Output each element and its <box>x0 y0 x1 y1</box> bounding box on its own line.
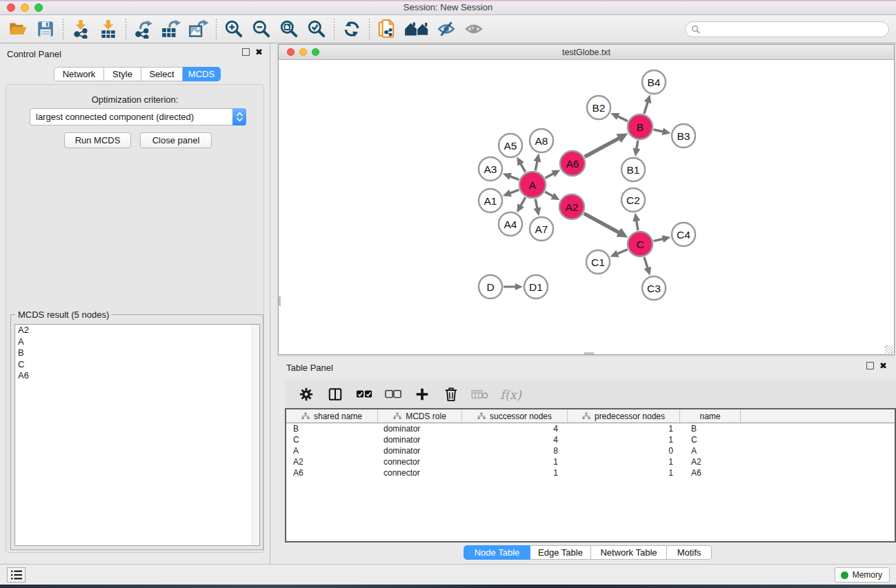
import-table-button[interactable] <box>94 17 122 41</box>
resize-grip-icon[interactable] <box>885 345 893 354</box>
zoom-in-icon <box>224 19 243 39</box>
column-header-name[interactable]: name <box>680 409 741 423</box>
graph-edge-B-B1[interactable] <box>637 141 638 150</box>
mcds-result-item[interactable]: A2 <box>15 325 259 336</box>
open-session-button[interactable] <box>4 17 32 41</box>
column-header-mcds-role[interactable]: MCDS role <box>378 409 462 423</box>
tab-motifs[interactable]: Motifs <box>667 545 712 560</box>
export-network-button[interactable] <box>130 17 157 41</box>
graph-node-label: B2 <box>593 102 606 114</box>
tab-node-table[interactable]: Node Table <box>464 545 530 560</box>
search-field[interactable] <box>685 21 889 37</box>
task-history-button[interactable] <box>7 567 26 582</box>
graph-node-label: C <box>636 239 644 250</box>
zoom-in-button[interactable] <box>220 17 248 41</box>
delete-table-button-disabled <box>471 385 489 403</box>
graph-edge-C-C2[interactable] <box>637 221 638 231</box>
tab-mcds[interactable]: MCDS <box>183 67 221 81</box>
graph-edge-A-A7[interactable] <box>535 199 537 209</box>
network-canvas[interactable]: B4B2BB3A8A5A6A3B1AA1C2A2A4A7C4CC1C3DD1 <box>279 60 894 354</box>
save-session-button[interactable] <box>32 17 59 41</box>
graph-edge-B-B3[interactable] <box>654 130 664 132</box>
create-column-button[interactable] <box>413 385 431 403</box>
import-network-button[interactable] <box>67 17 94 41</box>
graph-node-label: C3 <box>647 283 661 294</box>
float-table-panel-icon[interactable] <box>866 362 874 369</box>
memory-button[interactable]: Memory <box>835 567 890 582</box>
close-panel-icon[interactable]: ✖ <box>255 48 263 56</box>
graph-edge-A-A3[interactable] <box>510 176 519 180</box>
graph-node-label: D1 <box>529 281 543 293</box>
graph-edge-A-A2[interactable] <box>545 192 553 196</box>
graph-edge-A2-C[interactable] <box>584 214 619 233</box>
column-header-successor-nodes[interactable]: successor nodes <box>462 409 568 423</box>
result-list-scrollbar[interactable] <box>252 325 259 545</box>
mcds-result-item[interactable]: C <box>15 359 259 371</box>
criterion-dropdown[interactable]: largest connected component (directed) <box>30 108 246 125</box>
horizontal-scroll-nub[interactable] <box>584 352 594 354</box>
graph-edge-A-A5[interactable] <box>521 163 526 172</box>
graph-node-label: A8 <box>535 135 548 147</box>
export-table-button[interactable] <box>157 17 185 41</box>
graph-edge-B-B2[interactable] <box>617 116 628 121</box>
zoom-fit-button[interactable] <box>275 17 303 41</box>
tab-select[interactable]: Select <box>141 67 183 81</box>
network-graph: B4B2BB3A8A5A6A3B1AA1C2A2A4A7C4CC1C3DD1 <box>279 60 894 354</box>
export-image-button[interactable] <box>185 17 212 41</box>
vertical-scroll-nub[interactable] <box>279 296 281 306</box>
refresh-button[interactable] <box>338 17 366 41</box>
table-row[interactable]: Bdominator41B <box>286 423 895 434</box>
graph-edge-A-A8[interactable] <box>535 161 537 170</box>
import-table-icon <box>99 19 118 39</box>
table-row[interactable]: Adominator80A <box>286 445 895 456</box>
desktop-background-strip <box>0 585 896 588</box>
graph-edge-B-B4[interactable] <box>644 102 648 114</box>
tab-network[interactable]: Network <box>54 67 104 81</box>
mcds-result-title: MCDS result (5 nodes) <box>15 310 112 320</box>
status-bar: Memory <box>0 564 896 585</box>
cell-predecessor-nodes: 1 <box>568 467 680 478</box>
toggle-graphics-details-button[interactable] <box>432 17 460 41</box>
open-network-file-button[interactable] <box>373 17 401 41</box>
table-row[interactable]: A6connector11A6 <box>286 467 895 478</box>
level-of-detail-button[interactable] <box>460 17 488 41</box>
table-body: Bdominator41BCdominator41CAdominator80AA… <box>286 423 895 478</box>
graph-edge-C-C4[interactable] <box>654 239 664 241</box>
graph-edge-C-C3[interactable] <box>644 257 648 268</box>
zoom-out-button[interactable] <box>248 17 275 41</box>
mcds-result-item[interactable]: B <box>15 347 259 359</box>
deselect-all-rows-button[interactable] <box>384 385 402 403</box>
mcds-result-list[interactable]: A2ABCA6 <box>14 324 260 546</box>
zoom-selected-button[interactable] <box>303 17 330 41</box>
table-settings-button[interactable] <box>297 385 315 403</box>
home-button[interactable] <box>401 17 432 41</box>
network-window-titlebar: testGlobe.txt <box>279 45 894 60</box>
mcds-result-item[interactable]: A6 <box>15 370 259 382</box>
tab-network-table[interactable]: Network Table <box>591 545 667 560</box>
graph-edge-A-A1[interactable] <box>510 190 519 193</box>
graph-edge-A6-B[interactable] <box>585 138 619 156</box>
float-panel-icon[interactable] <box>242 48 250 56</box>
delete-column-button[interactable] <box>442 385 460 403</box>
search-input[interactable] <box>704 25 888 34</box>
table-row[interactable]: A2connector11A2 <box>286 456 895 467</box>
tab-edge-table[interactable]: Edge Table <box>530 545 591 560</box>
mcds-result-item[interactable]: A <box>15 336 259 348</box>
cell-mcds-role: dominator <box>378 423 462 434</box>
cell-mcds-role: dominator <box>378 445 462 456</box>
graph-edge-A-A4[interactable] <box>521 197 526 206</box>
graph-edge-C-C1[interactable] <box>617 250 628 254</box>
export-network-icon <box>134 19 153 39</box>
run-mcds-button[interactable]: Run MCDS <box>64 132 131 148</box>
column-header-shared-name[interactable]: shared name <box>286 409 378 423</box>
control-panel-title: Control Panel <box>7 49 61 59</box>
close-panel-button[interactable]: Close panel <box>140 132 212 148</box>
tab-style[interactable]: Style <box>104 67 141 81</box>
select-all-rows-button[interactable] <box>355 385 373 403</box>
column-header-label: name <box>699 412 720 421</box>
graph-edge-A-A6[interactable] <box>546 174 554 179</box>
show-column-button[interactable] <box>326 385 344 403</box>
table-row[interactable]: Cdominator41C <box>286 434 895 445</box>
close-table-panel-icon[interactable]: ✖ <box>879 362 887 369</box>
column-header-predecessor-nodes[interactable]: predecessor nodes <box>568 409 680 423</box>
